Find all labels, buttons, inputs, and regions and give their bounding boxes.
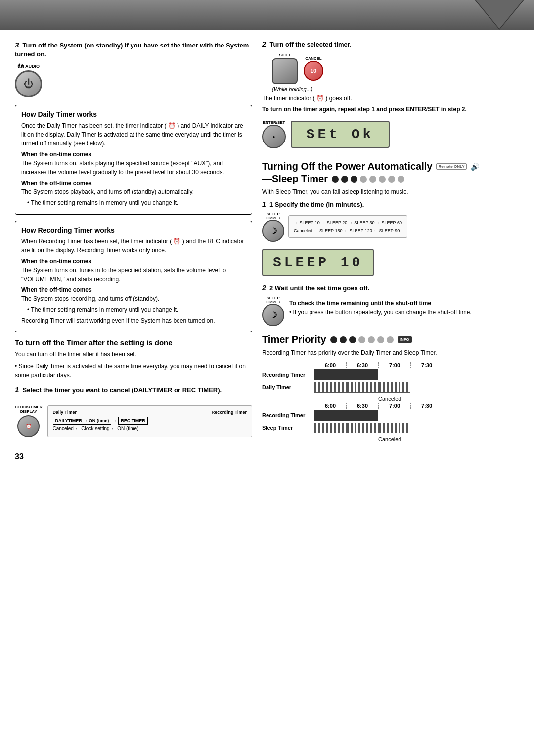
step-wait: 2 2 Wait until the set time goes off. [262,284,519,292]
step1-specify-text: 1 Specify the time (in minutes). [269,201,364,208]
left-column: 3 Turn off the System (on standby) if yo… [15,40,252,461]
chart2-time-700: 7:00 [378,403,410,409]
pdot3 [349,336,356,343]
timer-priority-text: Timer Priority [262,334,326,345]
to-turn-on-span: To turn on the timer again, repeat step … [262,106,467,113]
daily-timer-label: Daily Timer [53,410,77,415]
chart1-recording-label: Recording Timer [262,372,314,378]
pdot7 [387,336,394,343]
sleep-diagram: → SLEEP 10 → SLEEP 20 → SLEEP 30 → SLEEP… [288,215,407,238]
dot2 [341,176,348,183]
page-number: 33 [15,452,252,461]
step3-text: Turn off the System (on standby) if you … [15,42,249,58]
chart2-canceled: Canceled [378,436,401,442]
chart2-sleep-bars: Canceled [314,423,410,433]
audio-icon: 🔊 [471,163,479,171]
audio-button-area: ⏻/I AUDIO ⏻ [15,64,252,97]
chart1-daily-label: Daily Timer [262,384,314,390]
chart1-daily-bar2 [346,382,378,393]
check-time-area: SLEEP DIMMER ☽ To check the time remaini… [262,296,519,326]
enter-btn-area: ENTER/SET ● SEt Ok [262,117,519,152]
recording-timer-sub1: When the on-time comes [21,258,246,265]
chart2-sleep-bar1 [314,423,346,433]
cancel-btn-area: CANCEL 10 [304,56,323,81]
chart1-time-600: 6:00 [314,362,346,368]
right-column: 2 Turn off the selected timer. SHIFT CAN… [262,40,519,461]
step1-text: Select the timer you want to cancel (DAI… [23,386,222,394]
dot4 [360,176,367,183]
flow-row-top: DAILYTIMER → ON (time) → REC TIMER [53,417,247,425]
daily-timer-bullet1: • The timer setting remains in memory un… [27,198,246,207]
dailytimer-box: DAILYTIMER → ON (time) [53,417,112,425]
shift-label: SHIFT [279,53,290,57]
sleep-timer-text: —Sleep Timer [262,173,328,185]
audio-btn-label: ⏻/I AUDIO [17,64,40,69]
sleep-intro: With Sleep Timer, you can fall asleep li… [262,188,519,196]
pdot2 [340,336,347,343]
clock-timer-button: ⏰ [17,415,40,437]
chart2-recording-bars [314,410,410,421]
recording-timer-para3: The System stops recording, and turns of… [21,294,246,303]
priority-text: Recording Timer has priority over the Da… [262,348,519,357]
clock-timer-labels: CLOCK/TIMER DISPLAY [15,405,43,414]
chart1-rec-bar1 [314,369,346,380]
step2-text: Turn off the selected timer. [270,41,352,48]
step2-num: 2 [262,40,266,48]
sleep-button: ☽ [262,220,284,242]
chart2-sleep-row: Sleep Timer Canceled [262,423,519,433]
dot8 [398,176,404,183]
remote-badge: Remote ONLY [436,163,466,170]
enter-button: ● [262,125,286,148]
turn-off-bullet: • Since Daily Timer is activated at the … [15,362,252,379]
chart2-sleep-label: Sleep Timer [262,425,314,431]
check-dimmer-label: DIMMER [266,300,280,304]
lcd-set-ok: SEt Ok [291,121,390,148]
step3-num: 3 [15,41,19,49]
enter-label: ENTER/SET [263,120,285,125]
dot1 [332,176,339,183]
step1-num-right: 1 [262,200,266,208]
timer-cancel-diagram-area: CLOCK/TIMER DISPLAY ⏰ Daily Timer Record… [15,400,252,442]
chart2-rec-bar1 [314,410,346,421]
turn-off-text: You can turn off the timer after it has … [15,350,252,359]
chart1-daily-bars: Canceled [314,382,410,393]
chart2-time-630: 6:30 [346,403,378,409]
chart1-daily-bar3 [378,382,410,393]
sleep-label: SLEEP [267,212,279,216]
flow-row-bottom: Canceled ← Clock setting ← ON (time) [53,426,247,431]
recording-timer-info-box: How Recording Timer works When Recording… [15,221,252,332]
sleep-btn-flow-area: SLEEP DIMMER ☽ → SLEEP 10 → SLEEP 20 → S… [262,211,519,242]
main-content: 3 Turn off the System (on standby) if yo… [0,30,534,471]
daily-timer-para1: Once the Daily Timer has been set, the t… [21,121,246,148]
pdot4 [358,336,365,343]
recording-timer-bullet1: • The timer setting remains in memory un… [27,305,246,314]
chart1-recording-bars [314,369,410,380]
while-holding: (While holding...) [272,86,519,92]
timer-flow-diagram: Daily Timer Recording Timer DAILYTIMER →… [47,405,252,437]
clock-label: CLOCK/TIMER [15,405,43,409]
timer-priority-heading: Timer Priority INFO [262,334,519,345]
daily-timer-para2: The System turns on, starts playing the … [21,159,246,177]
sleep-flow-top: → SLEEP 10 → SLEEP 20 → SLEEP 30 → SLEEP… [294,219,402,227]
shift-cancel-area: SHIFT CANCEL 10 [272,53,519,84]
chart1-daily-row: Daily Timer Canceled [262,382,519,393]
clock-timer-btn-area: CLOCK/TIMER DISPLAY ⏰ [15,405,43,437]
sleep-flow-bottom: Canceled ← SLEEP 150 ← SLEEP 120 ← SLEEP… [294,227,402,235]
recording-timer-label: Recording Timer [212,410,247,415]
daily-timer-title: How Daily Timer works [21,110,246,118]
sleep-timer-heading: —Sleep Timer [262,173,519,185]
chart2-sleep-bar3 [378,423,410,433]
cancel-num: 10 [311,68,316,74]
daily-timer-sub1: When the on-time comes [21,151,246,158]
enter-btn-container: ENTER/SET ● [262,120,286,148]
chart1-time-700: 7:00 [378,362,410,368]
sleep-btn-container: SLEEP DIMMER ☽ [262,212,284,242]
chart2-time-730: 7:30 [410,403,443,409]
chart1-canceled: Canceled [378,396,401,402]
dot5 [369,176,376,183]
shift-btn-area: SHIFT [272,53,298,84]
dot3 [351,176,357,183]
step1-heading: 1 Select the timer you want to cancel (D… [15,384,252,395]
chart2-recording-label: Recording Timer [262,412,314,418]
chart2-sleep-bar2 [346,423,378,433]
